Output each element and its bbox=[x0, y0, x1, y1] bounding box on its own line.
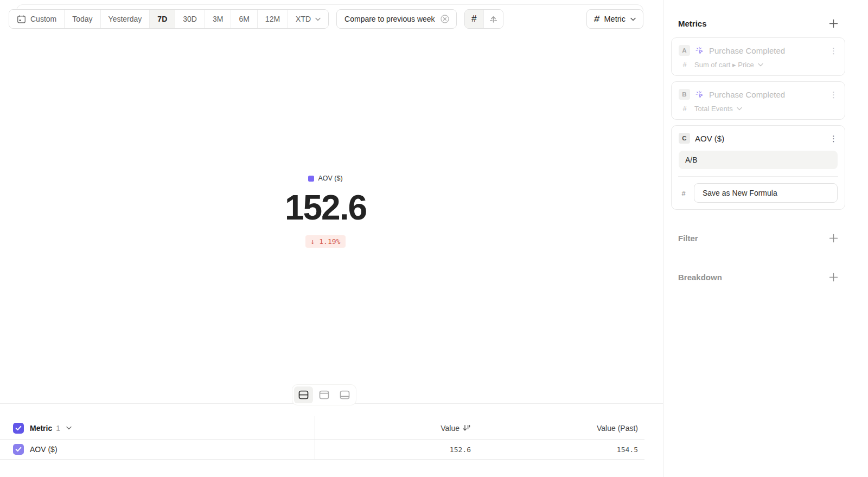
add-filter-button[interactable] bbox=[829, 234, 838, 243]
save-as-new-formula-button[interactable]: Save as New Formula bbox=[694, 183, 838, 203]
date-range-yesterday[interactable]: Yesterday bbox=[101, 10, 150, 28]
chevron-down-icon[interactable] bbox=[66, 426, 72, 430]
calendar-icon bbox=[17, 15, 26, 24]
numeric-type-icon: # bbox=[680, 61, 690, 69]
date-range-label: Custom bbox=[30, 15, 56, 23]
bottom-panel-icon bbox=[340, 390, 350, 399]
layout-toggle-group bbox=[292, 385, 356, 405]
value-past-column-header[interactable]: Value (Past) bbox=[477, 423, 644, 433]
date-range-today[interactable]: Today bbox=[65, 10, 100, 28]
metric-card-c[interactable]: C AOV ($) ⋮ A/B # Save as New Formula bbox=[671, 125, 845, 210]
metric-badge: B bbox=[679, 89, 690, 100]
metric-header-label: Metric bbox=[30, 424, 52, 433]
numeric-type-icon: # bbox=[679, 189, 688, 197]
date-range-3m[interactable]: 3M bbox=[205, 10, 231, 28]
chart-layout-button[interactable] bbox=[315, 386, 334, 403]
split-layout-button[interactable] bbox=[294, 386, 313, 403]
query-sidebar: Metrics A Purchase Completed ⋮ # Sum of … bbox=[663, 0, 868, 477]
metric-column-header[interactable]: Metric 1 bbox=[0, 423, 315, 434]
legend-label: AOV ($) bbox=[318, 175, 342, 182]
formula-name: AOV ($) bbox=[695, 134, 825, 143]
date-range-xtd[interactable]: XTD bbox=[288, 10, 328, 28]
trend-arrow-icon bbox=[489, 15, 498, 24]
metric-card-a[interactable]: A Purchase Completed ⋮ # Sum of cart ▸ P… bbox=[671, 37, 845, 76]
number-view-button[interactable]: # bbox=[465, 10, 484, 28]
row-metric-name: AOV ($) bbox=[30, 445, 58, 454]
big-number-chart: AOV ($) 152.6 ↓ 1.19% bbox=[0, 175, 651, 248]
card-menu-icon[interactable]: ⋮ bbox=[829, 134, 838, 143]
row-value-past: 154.5 bbox=[477, 446, 644, 454]
date-range-7d[interactable]: 7D bbox=[150, 10, 175, 28]
filter-section-title: Filter bbox=[678, 234, 698, 243]
legend-color-swatch bbox=[308, 176, 314, 182]
table-layout-button[interactable] bbox=[335, 386, 354, 403]
metric-card-b[interactable]: B Purchase Completed ⋮ # Total Events bbox=[671, 81, 845, 120]
date-range-30d[interactable]: 30D bbox=[175, 10, 205, 28]
date-range-selector: Custom Today Yesterday 7D 30D 3M 6M 12M … bbox=[9, 9, 329, 29]
hash-icon: # bbox=[471, 14, 476, 24]
card-menu-icon[interactable]: ⋮ bbox=[829, 91, 838, 99]
compare-chip[interactable]: Compare to previous week bbox=[336, 9, 457, 29]
aggregation-dropdown[interactable]: Total Events bbox=[694, 105, 742, 113]
formula-input[interactable]: A/B bbox=[679, 151, 838, 169]
metric-button-label: Metric bbox=[604, 15, 626, 23]
chevron-down-icon bbox=[315, 17, 321, 21]
sort-descending-icon bbox=[463, 424, 471, 431]
table-row[interactable]: AOV ($) 152.6 154.5 bbox=[0, 439, 644, 460]
select-all-checkbox[interactable] bbox=[13, 423, 24, 434]
toolbar: Custom Today Yesterday 7D 30D 3M 6M 12M … bbox=[9, 9, 643, 29]
column-divider bbox=[315, 416, 315, 460]
numeric-type-icon: # bbox=[680, 105, 690, 113]
date-range-custom[interactable]: Custom bbox=[9, 10, 65, 28]
add-metric-button[interactable] bbox=[829, 19, 838, 28]
metric-badge: C bbox=[679, 133, 690, 144]
metric-dropdown-button[interactable]: # Metric bbox=[586, 9, 644, 29]
metric-count: 1 bbox=[56, 424, 60, 433]
magic-event-icon bbox=[695, 90, 704, 99]
analytics-app: Custom Today Yesterday 7D 30D 3M 6M 12M … bbox=[0, 0, 868, 477]
row-checkbox[interactable] bbox=[13, 444, 24, 455]
card-divider bbox=[678, 176, 838, 177]
view-mode-selector: # bbox=[464, 9, 503, 29]
metric-event-name: Purchase Completed bbox=[709, 46, 825, 55]
trend-view-button[interactable] bbox=[484, 10, 503, 28]
top-panel-icon bbox=[319, 390, 329, 399]
metric-event-name: Purchase Completed bbox=[709, 90, 825, 99]
metric-big-number: 152.6 bbox=[285, 188, 366, 228]
compare-chip-label: Compare to previous week bbox=[344, 15, 435, 23]
hash-icon: # bbox=[593, 14, 600, 25]
table-header: Metric 1 Value Value (Past) bbox=[0, 417, 644, 439]
magic-event-icon bbox=[695, 46, 704, 55]
change-badge: ↓ 1.19% bbox=[305, 235, 346, 248]
split-layout-icon bbox=[298, 390, 309, 399]
breakdown-section-title: Breakdown bbox=[678, 273, 722, 282]
aggregation-dropdown[interactable]: Sum of cart ▸ Price bbox=[694, 61, 763, 69]
add-breakdown-button[interactable] bbox=[829, 273, 838, 282]
value-column-header[interactable]: Value bbox=[315, 423, 477, 433]
metric-badge: A bbox=[679, 45, 690, 56]
main-panel: Custom Today Yesterday 7D 30D 3M 6M 12M … bbox=[0, 0, 663, 477]
remove-compare-icon[interactable] bbox=[440, 14, 450, 24]
date-range-12m[interactable]: 12M bbox=[258, 10, 288, 28]
metrics-section-title: Metrics bbox=[678, 19, 707, 28]
chart-legend: AOV ($) bbox=[308, 175, 342, 182]
card-menu-icon[interactable]: ⋮ bbox=[829, 47, 838, 55]
row-value: 152.6 bbox=[315, 446, 477, 454]
chevron-down-icon bbox=[630, 17, 636, 21]
date-range-6m[interactable]: 6M bbox=[231, 10, 257, 28]
